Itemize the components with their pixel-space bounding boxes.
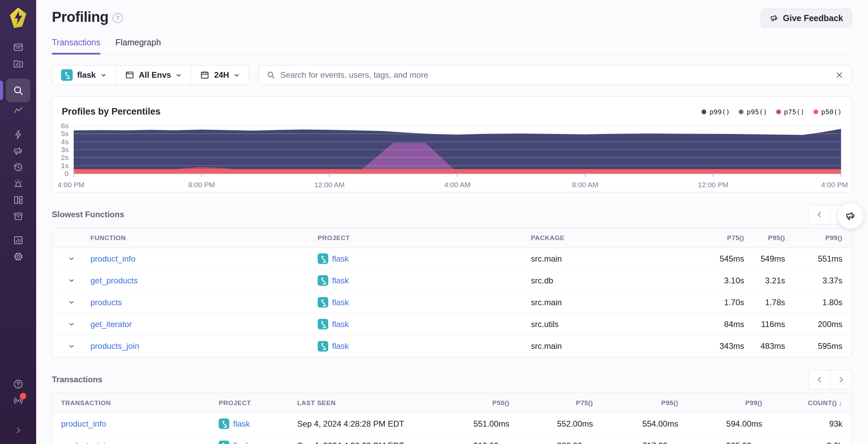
function-link[interactable]: products	[90, 298, 318, 307]
svg-text:8:00 PM: 8:00 PM	[188, 181, 215, 189]
clear-search-icon[interactable]	[835, 71, 844, 79]
p99-cell: 594.00ms	[678, 419, 762, 429]
projects-code-icon[interactable]	[6, 55, 30, 72]
expand-row-icon[interactable]	[52, 277, 90, 284]
legend-label: p75()	[784, 108, 805, 116]
prev-page-button[interactable]	[809, 205, 830, 224]
legend-dot	[776, 109, 781, 114]
p99-cell: 965.20ms	[678, 441, 762, 444]
help-icon[interactable]	[6, 376, 30, 392]
transactions-header: TRANSACTION PROJECT LAST SEEN P50() P75(…	[52, 393, 851, 413]
project-link[interactable]: flask	[332, 320, 349, 329]
page-header: Profiling ? Give Feedback	[52, 0, 852, 27]
p95-cell: 1.78s	[744, 298, 785, 307]
legend-dot	[739, 109, 743, 114]
flask-project-icon	[219, 418, 229, 429]
svg-text:5s: 5s	[61, 130, 69, 137]
last-seen-cell: Sep 4, 2024 4:28:28 PM EDT	[297, 419, 440, 429]
transaction-link[interactable]: products_join	[61, 441, 219, 444]
expand-row-icon[interactable]	[52, 255, 90, 262]
function-link[interactable]: products_join	[90, 341, 318, 351]
expand-row-icon[interactable]	[52, 321, 90, 328]
megaphone-icon	[845, 210, 856, 222]
flask-project-icon	[318, 253, 328, 264]
flask-project-icon	[219, 441, 229, 444]
stats-icon[interactable]	[6, 232, 30, 248]
project-filter[interactable]: flask	[52, 65, 116, 85]
chevron-down-icon	[233, 72, 240, 78]
alerts-siren-icon[interactable]	[6, 175, 30, 192]
broadcast-icon[interactable]	[6, 392, 30, 409]
metrics-icon[interactable]	[6, 102, 30, 119]
legend-item-p50[interactable]: p50()	[813, 108, 842, 116]
main-content: Profiling ? Give Feedback Transactions F…	[36, 0, 868, 444]
project-filter-label: flask	[77, 70, 96, 80]
p95-cell: 116ms	[744, 320, 785, 329]
lightning-icon[interactable]	[6, 126, 30, 143]
page-help-icon[interactable]: ?	[113, 13, 123, 23]
slowest-functions-table: FUNCTION PROJECT PACKAGE P75() P95() P99…	[52, 228, 852, 357]
flask-project-icon	[318, 275, 328, 286]
count-cell: 93k	[762, 419, 842, 429]
slowest-functions-title: Slowest Functions	[52, 210, 124, 219]
project-link[interactable]: flask	[332, 276, 349, 285]
svg-text:1s: 1s	[61, 162, 69, 169]
replays-clock-icon[interactable]	[6, 159, 30, 175]
tab-transactions[interactable]: Transactions	[52, 38, 100, 55]
floating-feedback-button[interactable]	[837, 203, 864, 229]
transactions-title: Transactions	[52, 375, 102, 384]
package-cell: src.main	[531, 298, 694, 307]
legend-item-p95[interactable]: p95()	[739, 108, 767, 116]
project-link[interactable]: flask	[233, 441, 250, 444]
expand-row-icon[interactable]	[52, 299, 90, 306]
expand-row-icon[interactable]	[52, 343, 90, 350]
p99-cell: 595ms	[785, 341, 842, 351]
legend-item-p99[interactable]: p99()	[701, 108, 730, 116]
give-feedback-label: Give Feedback	[783, 13, 843, 23]
collapse-chevron-icon[interactable]	[6, 422, 30, 439]
transactions-section: Transactions TRANSACTION PROJECT LAST SE…	[52, 370, 852, 444]
count-sorted-column[interactable]: COUNT() ↓	[762, 399, 842, 407]
environment-filter[interactable]: All Envs	[116, 65, 191, 85]
svg-text:4s: 4s	[61, 138, 69, 146]
function-link[interactable]: product_info	[90, 254, 318, 264]
issues-icon[interactable]	[6, 39, 30, 55]
project-link[interactable]: flask	[332, 298, 349, 307]
p95-cell: 549ms	[744, 254, 785, 264]
date-range-filter[interactable]: 24H	[191, 65, 249, 85]
svg-text:4:00 PM: 4:00 PM	[58, 181, 84, 189]
percentiles-chart[interactable]: 6s5s4s3s2s1s04:00 PM8:00 PM12:00 AM4:00 …	[52, 122, 851, 189]
project-link[interactable]: flask	[233, 419, 250, 429]
dashboards-icon[interactable]	[6, 192, 30, 208]
chevron-down-icon	[100, 72, 107, 78]
project-link[interactable]: flask	[332, 341, 349, 351]
transaction-link[interactable]: product_info	[61, 419, 219, 429]
filter-row: flask All Envs 24H	[52, 65, 852, 85]
notification-dot	[20, 393, 26, 399]
megaphone-icon[interactable]	[6, 143, 30, 159]
legend-dot	[701, 109, 706, 114]
environment-filter-label: All Envs	[139, 70, 171, 80]
project-link[interactable]: flask	[332, 254, 349, 264]
sentry-logo-icon[interactable]	[7, 7, 29, 29]
profiles-by-percentiles-panel: Profiles by Percentiles p99()p95()p75()p…	[52, 97, 852, 192]
releases-box-icon[interactable]	[6, 208, 30, 224]
search-icon[interactable]	[6, 78, 30, 102]
function-link[interactable]: get_iterator	[90, 320, 318, 329]
table-row: productsflasksrc.main1.70s1.78s1.80s	[52, 292, 851, 313]
legend-label: p50()	[821, 108, 842, 116]
next-page-button[interactable]	[830, 370, 851, 389]
give-feedback-button[interactable]: Give Feedback	[761, 9, 852, 27]
svg-text:4:00 PM: 4:00 PM	[821, 181, 848, 189]
p99-cell: 3.37s	[785, 276, 842, 285]
settings-gear-icon[interactable]	[6, 248, 30, 265]
legend-item-p75[interactable]: p75()	[776, 108, 805, 116]
flask-project-icon	[318, 319, 328, 329]
flask-project-icon	[318, 341, 328, 352]
chevron-down-icon	[175, 72, 182, 78]
function-link[interactable]: get_products	[90, 276, 318, 285]
tab-flamegraph[interactable]: Flamegraph	[115, 38, 161, 54]
prev-page-button[interactable]	[809, 370, 830, 389]
flask-project-icon	[61, 69, 73, 81]
search-input[interactable]	[280, 70, 830, 80]
